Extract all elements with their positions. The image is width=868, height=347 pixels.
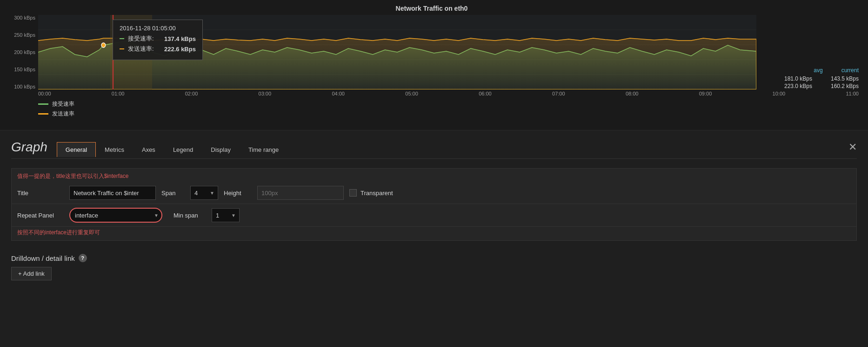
stats-right: avg current 181.0 kBps 143.5 kBps 223.0 … [756, 67, 859, 89]
drilldown-title-text: Drilldown / detail link [11, 254, 75, 262]
annotation-bottom: 按照不同的interface进行重复即可 [12, 227, 856, 240]
annotation-top: 值得一提的是，title这里也可以引入$interface [12, 169, 856, 182]
span-select[interactable]: 4 123 5612 [190, 186, 218, 200]
drilldown-title: Drilldown / detail link ? [11, 254, 857, 262]
chart-container: Network Traffic on eth0 300 kBps 250 kBp… [0, 0, 868, 130]
legend-stats: 接受速率 发送速率 [38, 100, 859, 118]
tab-axes[interactable]: Axes [133, 142, 164, 157]
tab-display[interactable]: Display [202, 142, 240, 157]
stats-send-avg: 223.0 kBps [775, 83, 812, 89]
stats-receive-row: 181.0 kBps 143.5 kBps [775, 75, 859, 82]
legend-send: 发送速率 [38, 110, 859, 118]
editor-header: Graph General Metrics Axes Legend Displa… [11, 140, 857, 159]
transparent-label: Transparent [361, 190, 393, 197]
stats-send-current: 160.2 kBps [821, 83, 859, 89]
form-row-title: Title Span 4 123 5612 ▼ Height Transpare… [12, 182, 856, 204]
title-input[interactable] [69, 186, 156, 200]
tab-legend[interactable]: Legend [164, 142, 202, 157]
form-section: 值得一提的是，title这里也可以引入$interface Title Span… [11, 168, 857, 241]
repeat-panel-label: Repeat Panel [17, 212, 64, 219]
chart-svg-area: 2016-11-28 01:05:00 接受速率: 137.4 kBps 发送速… [38, 15, 756, 89]
graph-panel-title: Graph [11, 140, 47, 158]
span-select-wrap: 4 123 5612 ▼ [190, 186, 218, 200]
chart-wrap: 300 kBps 250 kBps 200 kBps 150 kBps 100 … [5, 15, 859, 89]
chart-svg [38, 15, 756, 89]
form-row-repeat: Repeat Panel interface ▼ Min span 1 234 … [12, 204, 856, 227]
height-label: Height [224, 190, 252, 197]
tab-time-range[interactable]: Time range [240, 142, 287, 157]
stats-receive-avg: 181.0 kBps [775, 75, 812, 82]
add-link-button[interactable]: + Add link [11, 267, 52, 280]
y-axis: 300 kBps 250 kBps 200 kBps 150 kBps 100 … [5, 15, 38, 89]
title-label: Title [17, 190, 64, 197]
x-axis: 00:00 01:00 02:00 03:00 04:00 05:00 06:0… [38, 91, 859, 96]
stats-send-row: 223.0 kBps 160.2 kBps [775, 83, 859, 89]
legend-receive-label: 接受速率 [52, 100, 74, 108]
span-label: Span [161, 190, 185, 197]
legend-receive: 接受速率 [38, 100, 859, 108]
min-span-label: Min span [174, 212, 206, 219]
avg-label: avg [814, 67, 822, 74]
legend-send-label: 发送速率 [52, 110, 74, 118]
repeat-panel-select[interactable]: interface [69, 208, 162, 223]
transparent-checkbox[interactable] [349, 189, 357, 197]
svg-point-6 [101, 43, 106, 48]
min-span-select-wrap: 1 234 ▼ [212, 208, 240, 222]
repeat-panel-wrap: interface ▼ [69, 208, 162, 223]
current-label: current [841, 67, 859, 74]
chart-title: Network Traffic on eth0 [5, 5, 859, 12]
tab-general[interactable]: General [57, 142, 96, 157]
close-button[interactable]: ✕ [848, 141, 857, 157]
transparent-wrap: Transparent [349, 189, 393, 197]
stats-header: avg current [814, 67, 859, 74]
height-input[interactable] [257, 186, 344, 200]
add-link-label: + Add link [18, 270, 45, 277]
stats-receive-current: 143.5 kBps [821, 75, 859, 82]
legend-left: 接受速率 发送速率 [38, 100, 859, 118]
help-icon[interactable]: ? [79, 254, 87, 262]
tab-metrics[interactable]: Metrics [96, 142, 133, 157]
legend-receive-line [38, 103, 48, 105]
legend-send-line [38, 113, 48, 115]
min-span-select[interactable]: 1 234 [212, 208, 240, 222]
panel-editor: Graph General Metrics Axes Legend Displa… [0, 130, 868, 347]
drilldown-section: Drilldown / detail link ? + Add link [11, 250, 857, 284]
